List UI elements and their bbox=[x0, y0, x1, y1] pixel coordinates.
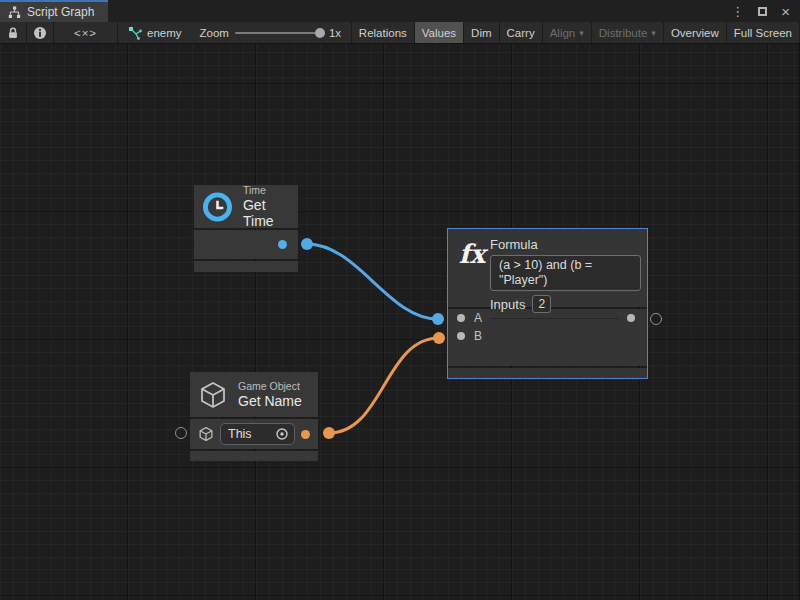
port-connector-line bbox=[491, 318, 618, 319]
dropdown-caret-icon: ▾ bbox=[651, 28, 656, 38]
graph-canvas[interactable]: Time Get Time Game Object Get Name bbox=[0, 44, 800, 600]
wire-endpoint bbox=[301, 238, 313, 250]
code-toggle-icon: <×> bbox=[74, 27, 97, 39]
node-title: Formula bbox=[490, 237, 641, 252]
zoom-label: Zoom bbox=[200, 27, 229, 39]
graph-hierarchy-icon bbox=[8, 6, 21, 19]
object-picker-icon[interactable] bbox=[275, 427, 289, 441]
input-port-b[interactable] bbox=[457, 332, 465, 340]
fx-icon: fx bbox=[457, 239, 487, 269]
window-menu-icon[interactable]: ⋮ bbox=[731, 5, 744, 18]
output-port-gettime[interactable] bbox=[278, 240, 287, 249]
inputs-count-field[interactable]: 2 bbox=[532, 295, 551, 313]
connection-wires bbox=[0, 44, 800, 600]
graph-breadcrumb-icon bbox=[128, 26, 142, 40]
overview-button[interactable]: Overview bbox=[664, 22, 727, 43]
node-footer bbox=[448, 368, 647, 378]
node-footer bbox=[190, 451, 318, 461]
script-graph-window: Script Graph ⋮ × <×> bbox=[0, 0, 800, 600]
zoom-slider-handle[interactable] bbox=[315, 28, 325, 38]
maximize-icon[interactable] bbox=[758, 2, 767, 20]
window-controls: ⋮ × bbox=[731, 0, 800, 22]
unconnected-input-port-getname[interactable] bbox=[175, 427, 187, 439]
target-object-field[interactable]: This bbox=[220, 423, 295, 445]
node-category: Time bbox=[243, 184, 298, 196]
port-row-b: B bbox=[448, 327, 647, 345]
graph-toolbar: <×> enemy Zoom 1x Relations Values Dim C… bbox=[0, 22, 800, 44]
cube-icon bbox=[198, 380, 228, 410]
output-port-result[interactable] bbox=[627, 314, 635, 322]
wire-gettime-to-formula-a[interactable] bbox=[307, 244, 438, 319]
node-get-time[interactable]: Time Get Time bbox=[194, 185, 298, 272]
close-icon[interactable]: × bbox=[781, 4, 790, 19]
zoom-slider[interactable] bbox=[235, 32, 323, 34]
cube-port-icon bbox=[198, 426, 214, 442]
info-icon bbox=[33, 26, 47, 40]
lock-icon bbox=[6, 26, 20, 40]
zoom-control: Zoom 1x bbox=[192, 22, 350, 43]
relations-button[interactable]: Relations bbox=[351, 22, 415, 43]
dim-button[interactable]: Dim bbox=[464, 22, 499, 43]
distribute-button[interactable]: Distribute ▾ bbox=[592, 22, 664, 43]
input-port-a[interactable] bbox=[457, 314, 465, 322]
code-view-button[interactable]: <×> bbox=[54, 22, 118, 43]
output-port-getname[interactable] bbox=[301, 430, 310, 439]
node-formula[interactable]: fx Formula (a > 10) and (b = "Player") I… bbox=[447, 228, 648, 379]
node-title: Get Time bbox=[243, 197, 298, 229]
wire-endpoint bbox=[432, 313, 444, 325]
node-category: Game Object bbox=[238, 380, 302, 392]
info-button[interactable] bbox=[27, 22, 54, 43]
target-object-value: This bbox=[228, 427, 275, 441]
dropdown-caret-icon: ▾ bbox=[579, 28, 584, 38]
wire-getname-to-formula-b[interactable] bbox=[329, 338, 439, 433]
port-a-label: A bbox=[474, 311, 482, 325]
breadcrumb[interactable]: enemy bbox=[118, 22, 192, 43]
wire-endpoint bbox=[433, 332, 445, 344]
breadcrumb-label: enemy bbox=[147, 27, 182, 39]
node-footer bbox=[194, 261, 298, 272]
toolbar-buttons: Relations Values Dim Carry Align ▾ Distr… bbox=[351, 22, 800, 43]
port-b-label: B bbox=[474, 329, 482, 343]
tab-script-graph[interactable]: Script Graph bbox=[0, 0, 108, 22]
unconnected-output-port-formula[interactable] bbox=[650, 313, 662, 325]
fullscreen-button[interactable]: Full Screen bbox=[727, 22, 800, 43]
align-button[interactable]: Align ▾ bbox=[543, 22, 592, 43]
wire-endpoint bbox=[323, 427, 335, 439]
node-get-name[interactable]: Game Object Get Name This bbox=[190, 372, 318, 461]
formula-expression-field[interactable]: (a > 10) and (b = "Player") bbox=[490, 255, 641, 291]
clock-icon bbox=[202, 191, 233, 223]
title-bar: Script Graph ⋮ × bbox=[0, 0, 800, 22]
values-button[interactable]: Values bbox=[415, 22, 464, 43]
lock-button[interactable] bbox=[0, 22, 27, 43]
node-title: Get Name bbox=[238, 393, 302, 409]
carry-button[interactable]: Carry bbox=[500, 22, 543, 43]
tab-title: Script Graph bbox=[27, 5, 94, 19]
zoom-value: 1x bbox=[329, 27, 341, 39]
inputs-label: Inputs bbox=[490, 297, 525, 312]
